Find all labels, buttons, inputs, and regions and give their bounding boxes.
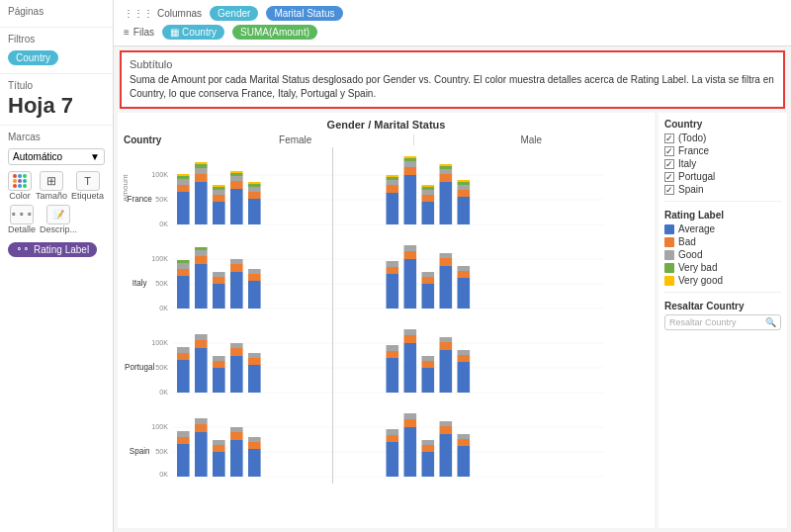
svg-text:50K: 50K <box>155 447 168 456</box>
svg-rect-167 <box>440 421 453 426</box>
automatico-dropdown[interactable]: Automático ▼ <box>8 148 105 165</box>
svg-text:Other: Other <box>416 482 432 484</box>
svg-text:0K: 0K <box>159 470 168 479</box>
svg-rect-75 <box>213 272 225 277</box>
etiqueta-marca[interactable]: T Etiqueta <box>71 171 104 201</box>
svg-rect-74 <box>213 277 225 284</box>
detalle-icon: ⚬⚬⚬ <box>10 205 34 224</box>
svg-text:50K: 50K <box>155 195 168 204</box>
italy-checkbox[interactable]: ✓ <box>664 159 674 169</box>
svg-rect-107 <box>195 348 208 393</box>
rating-label-pill[interactable]: ⚬⚬ Rating Label <box>8 242 97 257</box>
filtros-label: Filtros <box>8 34 105 44</box>
suma-amount-tag[interactable]: SUMA(Amount) <box>232 25 317 40</box>
svg-rect-170 <box>458 434 471 439</box>
marital-status-tag[interactable]: Marital Status <box>266 6 342 21</box>
svg-rect-76 <box>230 272 243 309</box>
svg-rect-154 <box>248 442 261 449</box>
svg-rect-71 <box>195 250 208 256</box>
svg-rect-153 <box>248 449 261 477</box>
svg-rect-69 <box>195 264 208 309</box>
paginas-label: Páginas <box>8 6 105 17</box>
svg-text:Single: Single <box>433 483 451 484</box>
svg-rect-43 <box>422 202 435 224</box>
descrip-marca[interactable]: 📝 Descrip... <box>40 205 77 234</box>
color-label: Color <box>9 191 31 201</box>
svg-rect-124 <box>404 329 417 335</box>
country-portugal-label: Portugal <box>678 171 715 182</box>
filas-label: ≡ Filas <box>124 27 154 38</box>
svg-rect-79 <box>248 281 261 309</box>
rating-legend-section: Rating Label Average Bad Good Very bad <box>664 210 781 286</box>
svg-rect-23 <box>230 189 243 224</box>
portugal-checkbox[interactable]: ✓ <box>664 172 674 182</box>
subtitle-box: Subtítulo Suma de Amount por cada Marita… <box>120 50 785 109</box>
svg-text:Single: Single <box>223 483 241 484</box>
highlight-title: Resaltar Country <box>664 301 781 311</box>
country-filter-pill[interactable]: Country <box>8 50 58 65</box>
svg-rect-10 <box>177 179 190 185</box>
svg-rect-68 <box>177 260 190 263</box>
svg-rect-111 <box>213 361 225 368</box>
average-color <box>664 224 674 234</box>
svg-text:100K: 100K <box>151 254 168 263</box>
svg-rect-73 <box>213 284 225 309</box>
rating-good-item: Good <box>664 249 781 260</box>
svg-rect-92 <box>440 258 453 266</box>
svg-rect-110 <box>213 368 225 393</box>
svg-rect-120 <box>387 351 399 358</box>
svg-rect-128 <box>440 350 453 393</box>
spain-checkbox[interactable]: ✓ <box>664 185 674 195</box>
sidebar: Páginas Filtros Country Título Hoja 7 Ma… <box>0 0 114 532</box>
svg-rect-122 <box>404 343 417 393</box>
svg-rect-19 <box>213 195 225 202</box>
country-spain-label: Spain <box>678 184 704 195</box>
svg-rect-156 <box>387 442 399 477</box>
highlight-section: Resaltar Country Resaltar Country 🔍 <box>664 301 781 330</box>
country-tag[interactable]: ▦ Country <box>162 25 224 40</box>
columns-icon: ⋮⋮⋮ <box>124 8 153 19</box>
svg-rect-147 <box>213 452 225 477</box>
svg-rect-55 <box>458 185 471 190</box>
tamano-marca[interactable]: ⊞ Tamaño <box>36 171 67 201</box>
svg-rect-85 <box>404 259 417 309</box>
svg-rect-112 <box>213 356 225 361</box>
paginas-section: Páginas <box>0 0 113 28</box>
svg-text:Married: Married <box>395 483 414 484</box>
svg-rect-125 <box>422 368 435 393</box>
svg-rect-108 <box>195 340 208 348</box>
color-marca[interactable]: Color <box>8 171 32 201</box>
highlight-input[interactable]: Resaltar Country 🔍 <box>664 314 781 330</box>
svg-rect-169 <box>458 439 471 446</box>
chart-container: Gender / Marital Status Country Female M… <box>114 113 791 532</box>
svg-text:0K: 0K <box>159 388 168 397</box>
svg-rect-143 <box>177 431 190 437</box>
svg-rect-22 <box>213 185 225 187</box>
svg-rect-129 <box>440 342 453 350</box>
gender-tag[interactable]: Gender <box>210 6 258 21</box>
country-todo-label: (Todo) <box>678 133 706 143</box>
todo-checkbox[interactable]: ✓ <box>664 133 674 143</box>
svg-rect-15 <box>195 168 208 174</box>
svg-text:0K: 0K <box>159 304 168 312</box>
svg-rect-41 <box>404 158 417 161</box>
table-icon: ▦ <box>170 27 179 38</box>
svg-rect-106 <box>177 347 190 353</box>
svg-rect-65 <box>177 276 190 309</box>
svg-rect-130 <box>440 337 453 342</box>
male-label: Male <box>414 134 650 145</box>
svg-rect-121 <box>387 345 399 351</box>
france-checkbox[interactable]: ✓ <box>664 146 674 156</box>
svg-text:France: France <box>128 194 152 205</box>
svg-rect-105 <box>177 353 190 360</box>
detalle-marca[interactable]: ⚬⚬⚬ Detalle <box>8 205 36 234</box>
bad-color <box>664 237 674 247</box>
svg-rect-9 <box>177 185 190 192</box>
svg-rect-158 <box>387 429 399 435</box>
svg-rect-67 <box>177 263 190 269</box>
svg-rect-94 <box>458 278 471 309</box>
chart-svg: 100K 50K 0K Amount France <box>124 147 649 484</box>
svg-rect-81 <box>248 269 261 274</box>
svg-rect-45 <box>422 190 435 195</box>
svg-rect-34 <box>387 185 399 193</box>
